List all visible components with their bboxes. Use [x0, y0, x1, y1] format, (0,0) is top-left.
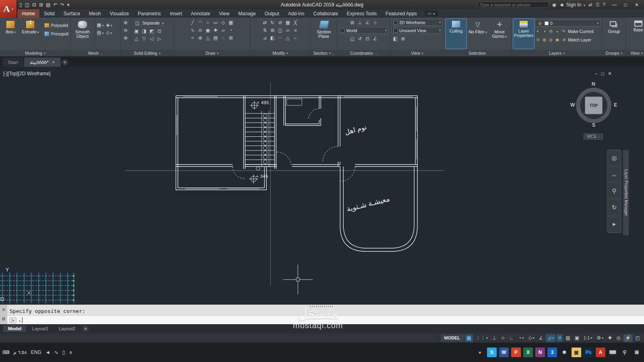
- smooth-object-button[interactable]: Smooth Object: [72, 19, 93, 49]
- layer-tool-icon[interactable]: ◒: [554, 28, 560, 34]
- ucs-tool-icon[interactable]: ↺: [356, 35, 363, 42]
- viewcube-top-face[interactable]: TOP: [585, 97, 603, 114]
- panel-label-solid-editing[interactable]: Solid Editing▾: [121, 50, 173, 56]
- group-button[interactable]: Group: [604, 19, 625, 49]
- draw-tool-icon[interactable]: ⊞: [227, 34, 235, 41]
- modify-tool-icon[interactable]: ▱: [284, 27, 291, 33]
- culling-button[interactable]: Culling: [446, 19, 466, 49]
- ribbon-tab[interactable]: Visualize: [105, 9, 133, 18]
- view-tool-icon[interactable]: ⊞: [399, 35, 407, 42]
- modify-tool-icon[interactable]: ↻: [269, 19, 276, 26]
- layer-dropdown[interactable]: ◎0▾: [535, 20, 601, 27]
- mesh-tool-icon[interactable]: ▤: [97, 29, 104, 36]
- pan-icon[interactable]: ⇔: [607, 167, 621, 183]
- solid-edit-tool-icon[interactable]: ▽: [140, 35, 148, 42]
- section-plane-button[interactable]: Section Plane: [314, 19, 334, 49]
- new-drawing-tab-button[interactable]: +: [62, 59, 68, 66]
- taskbar-skype-icon[interactable]: S: [487, 348, 497, 357]
- match-layer-button[interactable]: ⇉Match Layer: [561, 36, 591, 43]
- panel-label-coordinates[interactable]: Coordinates⌄: [337, 50, 390, 56]
- taskbar-powerpoint-icon[interactable]: P: [511, 348, 521, 357]
- viewcube-south[interactable]: S: [592, 122, 595, 128]
- maximize-button[interactable]: □: [620, 2, 631, 8]
- solid-edit-tool-icon[interactable]: ▣: [133, 27, 140, 34]
- panel-label-layers[interactable]: Layers▾: [512, 50, 602, 56]
- draw-tool-icon[interactable]: ⊕: [197, 34, 204, 41]
- command-window[interactable]: ✕ ⚙ Specify opposite corner: ≻: [0, 304, 644, 324]
- modify-tool-icon[interactable]: ◫: [277, 27, 284, 33]
- layout-tab[interactable]: Layout1: [27, 325, 53, 332]
- layer-properties-button[interactable]: Layer Properties: [513, 19, 534, 49]
- taskbar-excel-icon[interactable]: X: [523, 348, 533, 357]
- panel-label-selection[interactable]: Selection: [444, 50, 512, 56]
- full-navigation-wheel-icon[interactable]: ◎: [607, 150, 621, 167]
- file-tab-drawing[interactable]: بيئةôôôô*✕: [24, 58, 61, 67]
- sign-in-button[interactable]: ☻Sign In: [559, 2, 585, 8]
- taskbar-snowflake-icon[interactable]: ✻: [559, 348, 569, 357]
- battery-icon[interactable]: ▯: [62, 350, 65, 355]
- close-button[interactable]: ✕: [631, 2, 642, 8]
- network-icon[interactable]: ∿: [54, 350, 58, 355]
- named-view-dropdown[interactable]: Unsaved View▾: [392, 27, 443, 34]
- modify-tool-icon[interactable]: ⊿: [261, 34, 268, 41]
- viewcube-north[interactable]: N: [592, 81, 595, 87]
- showmotion-icon[interactable]: ▸: [607, 216, 621, 232]
- draw-tool-icon[interactable]: ◔: [227, 27, 235, 33]
- make-current-button[interactable]: ✎Make Current: [561, 27, 594, 35]
- viewcube[interactable]: N W E S TOP: [570, 80, 618, 129]
- file-tab-start[interactable]: Start: [2, 58, 23, 67]
- customization-icon[interactable]: ✚: [606, 334, 613, 342]
- taskbar-photoshop-icon[interactable]: Ps: [584, 348, 593, 357]
- taskbar-onenote-icon[interactable]: N: [535, 348, 545, 357]
- ucs-tool-icon[interactable]: ⊡: [364, 35, 371, 42]
- taskbar-3ds-icon[interactable]: 3: [547, 348, 557, 357]
- ribbon-tab[interactable]: Insert: [165, 9, 186, 18]
- panel-label-view[interactable]: View▾: [390, 50, 444, 56]
- modify-tool-icon[interactable]: ⇅: [261, 27, 268, 33]
- viewcube-east[interactable]: E: [614, 102, 617, 108]
- wcs-button[interactable]: WCS⌄: [584, 134, 603, 140]
- drawing-canvas[interactable]: [-][Top][2D Wireframe] – □ ✕ N W E S TOP…: [0, 67, 644, 304]
- layer-tool-icon[interactable]: ◉: [554, 37, 560, 43]
- draw-tool-icon[interactable]: ╱: [189, 19, 196, 26]
- base-button[interactable]: Base: [628, 19, 644, 49]
- layer-tool-icon[interactable]: ◐: [535, 28, 541, 34]
- clock[interactable]: ٦:٥٨ م: [13, 350, 27, 355]
- polar-tracking-icon[interactable]: ◔▾: [517, 334, 525, 342]
- ribbon-tab[interactable]: Surface: [59, 9, 85, 18]
- touch-keyboard-icon[interactable]: ⌨: [2, 350, 9, 355]
- ribbon-tab[interactable]: Express Tools: [343, 9, 381, 18]
- volume-icon[interactable]: ◄: [45, 350, 50, 355]
- orbit-icon[interactable]: ↻: [607, 200, 621, 216]
- minimize-button[interactable]: —: [609, 2, 620, 8]
- modify-tool-icon[interactable]: ≡: [292, 27, 299, 33]
- save-as-icon[interactable]: ⊞: [39, 2, 43, 7]
- new-layout-button[interactable]: +: [83, 325, 89, 331]
- extrude-button[interactable]: Extrude: [21, 19, 40, 49]
- panel-label-groups[interactable]: Groups▾: [602, 50, 626, 56]
- ribbon-display-toggle[interactable]: ▭: [425, 10, 438, 16]
- ribbon-tab[interactable]: Featured Apps: [381, 9, 421, 18]
- draw-tool-icon[interactable]: ▦: [227, 19, 235, 26]
- open-file-icon[interactable]: ◫: [25, 2, 29, 7]
- mesh-tool-icon[interactable]: ◇: [105, 29, 113, 36]
- grid-display-icon[interactable]: ▦: [465, 334, 473, 342]
- ribbon-tab[interactable]: Manage: [234, 9, 260, 18]
- plot-icon[interactable]: ▤: [46, 2, 50, 7]
- ribbon-tab[interactable]: Parametric: [133, 9, 165, 18]
- draw-tool-icon[interactable]: ▱: [220, 27, 227, 33]
- taskbar-folder-icon[interactable]: ▣: [572, 348, 581, 357]
- visual-style-dropdown[interactable]: 2D Wireframe▾: [392, 19, 443, 26]
- panel-label-mesh[interactable]: Mesh⌄: [71, 50, 120, 56]
- model-space-button[interactable]: MODEL: [441, 334, 464, 342]
- viewport-minimize-icon[interactable]: –: [595, 71, 598, 76]
- panel-label-draw[interactable]: Draw▾: [174, 50, 250, 56]
- modify-tool-icon[interactable]: ▦: [284, 19, 291, 26]
- ribbon-tab[interactable]: Add-ins: [284, 9, 309, 18]
- save-icon[interactable]: ⊟: [32, 2, 36, 7]
- layout-tab[interactable]: Layout2: [54, 325, 80, 332]
- solid-edit-tool-icon[interactable]: ◨: [140, 27, 148, 34]
- ribbon-tab[interactable]: Collaborate: [309, 9, 342, 18]
- command-drag-handle[interactable]: [310, 306, 334, 307]
- osnap-tracking-icon[interactable]: ∠: [537, 334, 545, 342]
